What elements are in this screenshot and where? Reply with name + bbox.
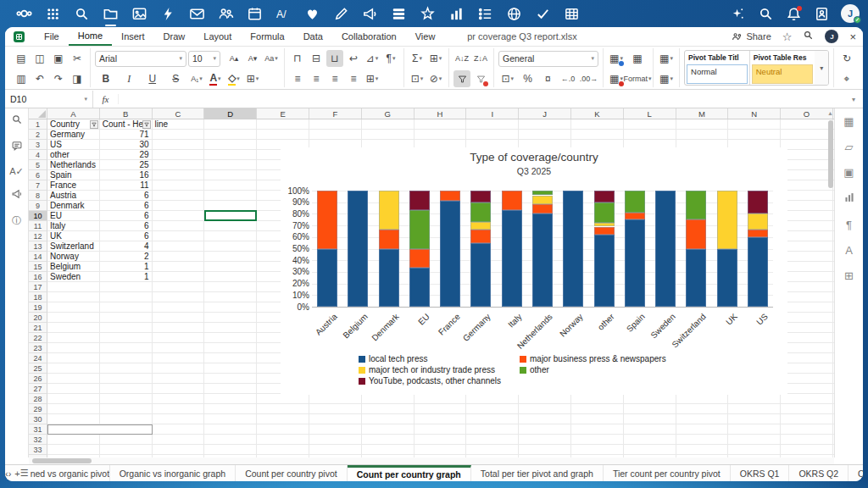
select-all-corner[interactable] xyxy=(29,108,47,119)
row-header-15[interactable]: 15 xyxy=(29,262,47,272)
save-icon[interactable]: ▤ xyxy=(13,50,30,67)
hscroll-thumb[interactable] xyxy=(32,458,92,463)
format-dropdown[interactable]: Format▾ xyxy=(626,70,648,87)
named-ranges-icon[interactable]: ⊡▾ xyxy=(409,70,426,87)
activity-app-icon[interactable] xyxy=(159,5,177,23)
cond-format-icon[interactable]: ▦▾ xyxy=(608,50,625,67)
column-header-K[interactable]: K xyxy=(571,108,624,119)
row-header-2[interactable]: 2 xyxy=(29,130,47,140)
halign-justify-icon[interactable]: ≡ xyxy=(345,70,362,87)
verify-app-icon[interactable] xyxy=(534,5,552,23)
horizontal-scrollbar[interactable] xyxy=(29,458,834,464)
row-header-23[interactable]: 23 xyxy=(29,343,47,353)
row-header-8[interactable]: 8 xyxy=(29,191,47,201)
copy-icon[interactable]: ◫ xyxy=(31,50,48,67)
row-header-19[interactable]: 19 xyxy=(29,302,47,313)
sheet-tab-0[interactable]: ned vs organic pivot xyxy=(29,465,110,481)
print-icon[interactable]: ▥ xyxy=(13,70,30,87)
row-header-13[interactable]: 13 xyxy=(29,241,47,252)
column-header-G[interactable]: G xyxy=(362,108,415,119)
row-header-27[interactable]: 27 xyxy=(29,384,47,394)
files-app-icon[interactable] xyxy=(102,5,120,23)
editor-search-icon[interactable] xyxy=(803,29,814,44)
font-size-select[interactable]: 10▾ xyxy=(188,51,220,67)
unified-search-icon[interactable] xyxy=(757,5,775,23)
strikethrough-icon[interactable]: S xyxy=(165,70,187,87)
search-app-icon[interactable] xyxy=(73,5,91,23)
spellcheck-icon[interactable]: A✓ xyxy=(9,166,24,177)
vertical-scrollbar[interactable]: ▲ xyxy=(826,120,834,454)
formula-bar-collapse-icon[interactable]: ▾ xyxy=(844,96,863,103)
cond-format2-icon[interactable]: ▦▾ xyxy=(608,70,625,87)
sheet-tab-4[interactable]: Total per tier pivot and graph xyxy=(471,465,604,481)
valign-top-icon[interactable]: ⊓ xyxy=(289,50,306,67)
notes-app-icon[interactable] xyxy=(332,5,350,23)
magic-assistant-icon[interactable] xyxy=(729,5,747,23)
valign-bottom-icon[interactable]: ⊔ xyxy=(326,50,343,67)
bold-icon[interactable]: B xyxy=(95,70,117,87)
editor-user-avatar[interactable]: J xyxy=(825,30,838,43)
header-filter-icon[interactable] xyxy=(90,120,98,129)
row-header-31[interactable]: 31 xyxy=(29,424,47,435)
undo-icon[interactable]: ↶ xyxy=(31,70,48,87)
filter-icon[interactable] xyxy=(453,70,470,87)
row-header-18[interactable]: 18 xyxy=(29,292,47,302)
row-header-14[interactable]: 14 xyxy=(29,252,47,262)
tasks-app-icon[interactable] xyxy=(476,5,494,23)
image-settings-icon[interactable]: ▣ xyxy=(843,166,854,179)
row-header-7[interactable]: 7 xyxy=(29,180,47,191)
column-header-J[interactable]: J xyxy=(519,108,571,119)
style-gallery-expand-icon[interactable]: ▾ xyxy=(815,51,828,85)
mail-app-icon[interactable] xyxy=(188,5,206,23)
stacked-bar-chart[interactable]: Type of coverage/countryQ3 20250%10%20%3… xyxy=(281,147,787,395)
formula-input[interactable] xyxy=(119,91,844,108)
merge-cells-icon[interactable]: ⊞▾ xyxy=(364,70,381,87)
borders-icon[interactable]: ⊞▾ xyxy=(244,70,261,87)
increase-decimal-icon[interactable]: ←.0 xyxy=(559,70,577,87)
paste-icon[interactable]: ▣ xyxy=(50,50,67,67)
menu-tab-formula[interactable]: Formula xyxy=(241,29,293,45)
font-grow-icon[interactable]: A▴ xyxy=(225,50,242,67)
format-as-table-icon[interactable]: ▦ xyxy=(626,50,648,67)
style-item-neutral[interactable]: Neutral xyxy=(752,64,814,84)
contacts-menu-icon[interactable] xyxy=(813,5,831,23)
row-header-6[interactable]: 6 xyxy=(29,170,47,180)
favorite-star-icon[interactable]: ☆ xyxy=(782,30,793,43)
feedback-icon[interactable] xyxy=(11,188,23,203)
assistant-app-icon[interactable]: A/ xyxy=(275,5,292,23)
sheet-tab-6[interactable]: OKRS Q1 xyxy=(731,465,790,481)
font-shrink-icon[interactable]: A▾ xyxy=(244,50,261,67)
calendar-app-icon[interactable] xyxy=(246,5,264,23)
row-header-1[interactable]: 1 xyxy=(29,119,47,130)
deck-app-icon[interactable] xyxy=(390,5,408,23)
column-header-I[interactable]: I xyxy=(466,108,519,119)
halign-right-icon[interactable]: ≡ xyxy=(326,70,343,87)
style-col-2[interactable]: Pivot Table Res Neutral xyxy=(750,51,815,85)
fill-color-icon[interactable]: ◇▾ xyxy=(225,70,242,87)
spreadsheet-grid[interactable]: ABCDEFGHIJKLMNO 123456789101112131415161… xyxy=(29,108,834,458)
sort-asc-icon[interactable]: A↓Z xyxy=(453,50,470,67)
row-header-32[interactable]: 32 xyxy=(29,435,47,445)
sheet-tab-7[interactable]: OKRS Q2 xyxy=(789,465,849,481)
autosum-icon[interactable]: Σ▾ xyxy=(409,50,426,67)
style-col-1[interactable]: Pivot Table Titl Normal xyxy=(685,51,750,85)
menu-tab-file[interactable]: File xyxy=(35,29,69,45)
about-info-icon[interactable]: ⓘ xyxy=(12,214,21,227)
recognize-app-icon[interactable] xyxy=(419,5,437,23)
font-color-icon[interactable]: A▾ xyxy=(207,70,224,87)
decrease-decimal-icon[interactable]: .00→ xyxy=(579,70,598,87)
sheet-nav-forward-icon[interactable]: › xyxy=(8,465,12,481)
photos-app-icon[interactable] xyxy=(131,5,148,23)
currency-style-icon[interactable]: ¤ xyxy=(538,70,557,87)
clear-filter-icon[interactable] xyxy=(472,70,489,87)
row-header-17[interactable]: 17 xyxy=(29,282,47,292)
pivot-template-icon[interactable]: ▦▾ xyxy=(658,50,675,67)
pivot-settings-icon[interactable]: ⊞ xyxy=(844,269,854,282)
row-header-21[interactable]: 21 xyxy=(29,323,47,333)
find-icon[interactable] xyxy=(11,114,23,129)
row-header-22[interactable]: 22 xyxy=(29,333,47,343)
row-header-26[interactable]: 26 xyxy=(29,374,47,384)
column-header-E[interactable]: E xyxy=(257,108,309,119)
valign-middle-icon[interactable]: ⊟ xyxy=(308,50,325,67)
sheet-tab-5[interactable]: Tier count per country pivot xyxy=(604,465,731,481)
